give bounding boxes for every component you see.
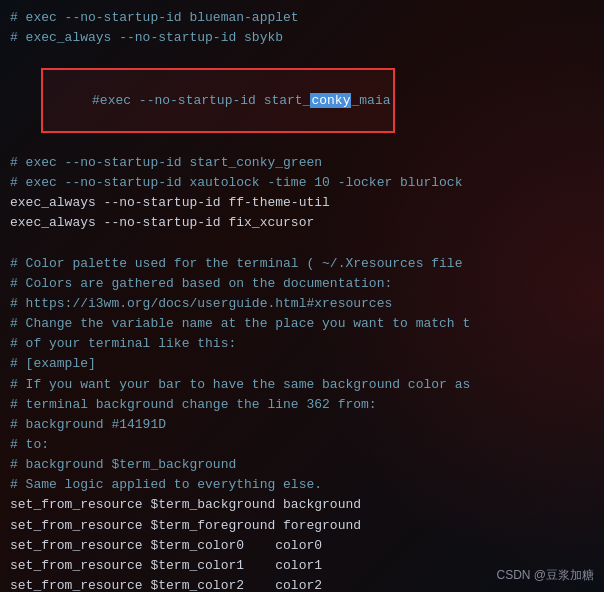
highlight-box: #exec --no-startup-id start_conky_maia <box>41 68 394 132</box>
code-line-8-empty <box>10 234 594 254</box>
code-line-3-highlighted: #exec --no-startup-id start_conky_maia <box>10 48 594 153</box>
terminal-window: # exec --no-startup-id blueman-applet # … <box>0 0 604 592</box>
highlight-suffix: _maia <box>351 93 390 108</box>
highlight-prefix: #exec --no-startup-id start_ <box>92 93 310 108</box>
code-line-4: # exec --no-startup-id start_conky_green <box>10 153 594 173</box>
code-line-11: # https://i3wm.org/docs/userguide.html#x… <box>10 294 594 314</box>
code-line-13: # of your terminal like this: <box>10 334 594 354</box>
code-line-2: # exec_always --no-startup-id sbykb <box>10 28 594 48</box>
code-line-6: exec_always --no-startup-id ff-theme-uti… <box>10 193 594 213</box>
code-line-5: # exec --no-startup-id xautolock -time 1… <box>10 173 594 193</box>
code-line-23: set_from_resource $term_color0 color0 <box>10 536 594 556</box>
code-line-14: # [example] <box>10 354 594 374</box>
code-line-10: # Colors are gathered based on the docum… <box>10 274 594 294</box>
conky-selected-word: conky <box>310 93 351 108</box>
code-line-12: # Change the variable name at the place … <box>10 314 594 334</box>
code-line-7: exec_always --no-startup-id fix_xcursor <box>10 213 594 233</box>
watermark: CSDN @豆浆加糖 <box>496 567 594 584</box>
code-line-1: # exec --no-startup-id blueman-applet <box>10 8 594 28</box>
code-line-21: set_from_resource $term_background backg… <box>10 495 594 515</box>
code-line-18: # to: <box>10 435 594 455</box>
code-line-17: # background #14191D <box>10 415 594 435</box>
code-line-16: # terminal background change the line 36… <box>10 395 594 415</box>
code-line-20: # Same logic applied to everything else. <box>10 475 594 495</box>
code-line-22: set_from_resource $term_foreground foreg… <box>10 516 594 536</box>
code-line-9: # Color palette used for the terminal ( … <box>10 254 594 274</box>
code-line-19: # background $term_background <box>10 455 594 475</box>
code-line-15: # If you want your bar to have the same … <box>10 375 594 395</box>
